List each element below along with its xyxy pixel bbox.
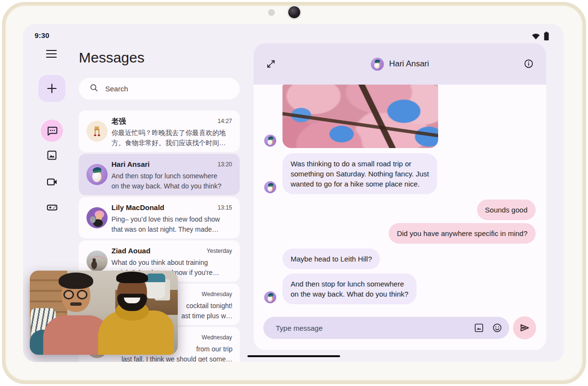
- conversation-preview: Ping– you’d love this new food show that…: [111, 214, 233, 235]
- info-icon: [524, 59, 534, 69]
- avatar: [86, 207, 108, 228]
- gamepad-icon: [46, 201, 58, 213]
- pip-person-left-hair: [59, 273, 93, 289]
- avatar: [86, 121, 108, 142]
- conversation-time: 13:15: [218, 204, 232, 211]
- conversation-time: Wednesday: [202, 334, 232, 341]
- incoming-message[interactable]: Was thinking to do a small road trip or …: [282, 153, 437, 194]
- search-bar[interactable]: [79, 78, 240, 100]
- tablet-device: 9:30: [0, 0, 588, 386]
- sender-avatar: [264, 181, 276, 193]
- pip-person-right-hair: [116, 272, 148, 283]
- gesture-navigation-bar[interactable]: [247, 355, 340, 357]
- send-button[interactable]: [513, 316, 536, 339]
- conversation-name: Lily MacDonald: [111, 203, 164, 212]
- chat-pane: Hari Ansari Was thinking to do a small r…: [254, 43, 546, 350]
- outgoing-message[interactable]: Sounds good: [477, 199, 536, 220]
- attach-image-button[interactable]: [474, 323, 484, 333]
- pip-person-left-glasses: [77, 290, 87, 299]
- menu-button[interactable]: [44, 47, 59, 61]
- status-icons: [531, 32, 549, 40]
- status-time: 9:30: [35, 31, 49, 39]
- wifi-icon: [531, 33, 540, 40]
- avatar: [86, 250, 108, 272]
- message-photo-cherry-blossoms[interactable]: [282, 85, 438, 148]
- search-input[interactable]: [105, 85, 232, 93]
- conversation-time: 14:27: [218, 118, 232, 125]
- conversation-preview: 你最近忙吗？昨晚我去了你最喜欢的地 方。食物非常好。我们应该找个时间…: [111, 128, 233, 148]
- light-sensor: [268, 9, 275, 16]
- message-input[interactable]: [276, 324, 466, 332]
- conversation-name: Ziad Aouad: [111, 247, 150, 255]
- nav-chats[interactable]: [41, 120, 63, 142]
- pip-person-left-glasses: [63, 290, 74, 299]
- contact-avatar: [371, 58, 384, 71]
- chat-title-group: Hari Ansari: [254, 43, 546, 85]
- conversation-name: 老强: [111, 117, 126, 126]
- sender-avatar: [264, 291, 276, 303]
- emoji-button[interactable]: [492, 323, 502, 333]
- nav-video[interactable]: [46, 176, 58, 187]
- front-camera: [288, 6, 300, 18]
- gallery-icon: [46, 149, 58, 161]
- sender-avatar: [264, 135, 276, 147]
- contact-name: Hari Ansari: [389, 59, 429, 69]
- battery-icon: [544, 32, 549, 40]
- video-camera-icon: [46, 176, 58, 188]
- conversation-info-button[interactable]: [524, 59, 534, 69]
- nav-games[interactable]: [46, 201, 58, 213]
- incoming-message[interactable]: And then stop for lunch somewhere on the…: [282, 274, 416, 304]
- outgoing-message[interactable]: Did you have anywhere specific in mind?: [389, 223, 536, 244]
- plus-icon: [46, 82, 58, 95]
- conversation-time: Wednesday: [202, 291, 232, 298]
- conversation-name: Hari Ansari: [111, 160, 149, 168]
- conversation-hari-ansari[interactable]: Hari Ansari 13:20 And then stop for lunc…: [79, 154, 240, 195]
- message-composer[interactable]: [263, 317, 509, 339]
- chat-bubble-icon: [46, 125, 58, 137]
- page-title: Messages: [79, 50, 145, 66]
- conversation-time: 13:20: [218, 161, 232, 168]
- search-icon: [89, 83, 98, 94]
- pip-person-left-mustache: [70, 302, 82, 306]
- start-chat-button[interactable]: [38, 75, 65, 102]
- screen: 9:30: [23, 24, 564, 362]
- conversation-preview: And then stop for lunch somewhere on the…: [111, 171, 233, 191]
- send-icon: [519, 322, 530, 334]
- pip-robot-toy: [146, 274, 165, 299]
- nav-gallery[interactable]: [46, 149, 58, 161]
- conversation-laoqiang[interactable]: 老强 14:27 你最近忙吗？昨晚我去了你最喜欢的地 方。食物非常好。我们应该找…: [79, 111, 240, 152]
- hamburger-icon: [46, 50, 57, 58]
- incoming-message[interactable]: Maybe head to Leith Hill?: [282, 249, 380, 269]
- video-call-pip[interactable]: [30, 271, 178, 355]
- conversation-lily-macdonald[interactable]: Lily MacDonald 13:15 Ping– you’d love th…: [79, 197, 240, 238]
- avatar: [86, 164, 108, 185]
- conversation-time: Yesterday: [207, 248, 232, 254]
